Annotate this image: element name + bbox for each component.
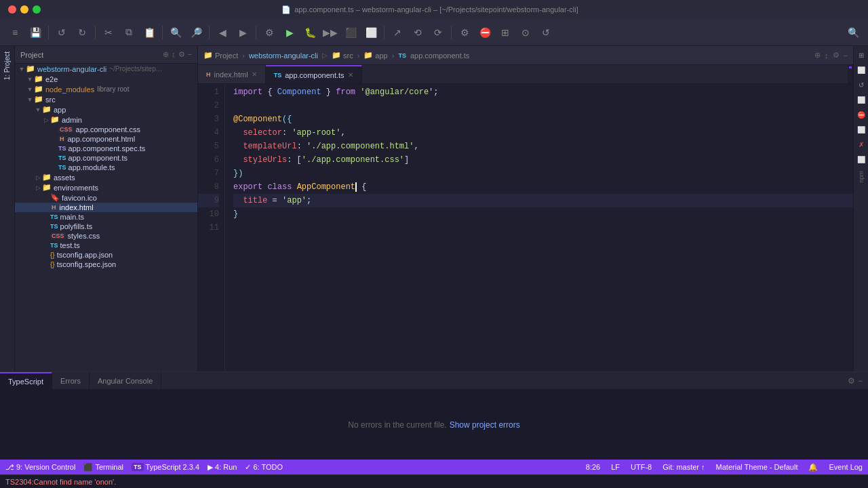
tool-error-icon[interactable]: ⛔ xyxy=(855,108,867,121)
vcs-btn[interactable]: ↗ xyxy=(388,23,407,42)
tab-errors[interactable]: Errors xyxy=(52,372,90,389)
tab-component-close[interactable]: ✕ xyxy=(348,71,353,79)
tree-action-close[interactable]: − xyxy=(844,52,848,60)
target-btn[interactable]: ⊙ xyxy=(516,23,535,42)
status-vcs[interactable]: ⎇ 9: Version Control xyxy=(5,463,75,472)
tree-item-app-css[interactable]: CSS app.component.css xyxy=(15,125,197,134)
tree-item-app[interactable]: ▼ 📁 app xyxy=(15,104,197,115)
cursor-position[interactable]: 8:26 xyxy=(586,463,600,471)
problems-btn[interactable]: ⛔ xyxy=(475,23,494,42)
undo-btn[interactable]: ↺ xyxy=(52,23,71,42)
expand-icon[interactable]: ↕ xyxy=(172,50,176,59)
close-tree-icon[interactable]: − xyxy=(188,50,192,59)
breadcrumb-app[interactable]: 📁 app xyxy=(363,51,387,60)
breadcrumb-project[interactable]: 📁 Project xyxy=(203,51,238,60)
forward-btn[interactable]: ▶ xyxy=(233,23,252,42)
run-btn[interactable]: ▶ xyxy=(280,23,299,42)
copy-btn[interactable]: ⧉ xyxy=(119,23,138,42)
tree-item-index-html[interactable]: H index.html xyxy=(15,203,197,212)
minimize-window-btn[interactable] xyxy=(20,5,28,14)
tab-typescript[interactable]: TypeScript xyxy=(0,372,52,389)
tool-favorites-icon[interactable]: ⊞ xyxy=(855,49,867,61)
theme-label[interactable]: Material Theme - Default xyxy=(716,463,798,471)
stop-btn[interactable]: ⬛ xyxy=(341,23,360,42)
breadcrumb-expand-icon[interactable]: ▷ xyxy=(322,52,328,59)
tool-expand-icon[interactable]: ⬜ xyxy=(855,64,867,76)
sync-btn[interactable]: ↺ xyxy=(536,23,555,42)
debug-btn[interactable]: 🐛 xyxy=(300,23,319,42)
back-btn[interactable]: ◀ xyxy=(213,23,232,42)
status-terminal[interactable]: ⬛ Terminal xyxy=(83,463,123,472)
database-btn[interactable]: ⊞ xyxy=(496,23,515,42)
save-btn[interactable]: 💾 xyxy=(26,23,45,42)
settings-btn[interactable]: ⚙ xyxy=(455,23,474,42)
tree-item-app-html[interactable]: H app.component.html xyxy=(15,134,197,144)
tool-refresh-icon[interactable]: ↺ xyxy=(855,79,867,91)
maximize-window-btn[interactable] xyxy=(33,5,41,14)
tree-item-root[interactable]: ▼ 📁 webstorm-angular-cli ~/Projects/site… xyxy=(15,64,197,74)
status-run[interactable]: ▶ 4: Run xyxy=(208,463,237,472)
code-editor[interactable]: 1 2 3 4 5 6 7 8 9 10 11 xyxy=(198,84,853,371)
bottom-settings-icon[interactable]: ⚙ xyxy=(848,376,855,386)
line-numbers: 1 2 3 4 5 6 7 8 9 10 11 xyxy=(198,84,225,371)
tab-app-component[interactable]: TS app.component.ts ✕ xyxy=(266,65,362,83)
tree-action-expand[interactable]: ↕ xyxy=(825,52,829,60)
tree-item-app-component-ts[interactable]: TS app.component.ts xyxy=(15,153,197,163)
tree-action-locate[interactable]: ⊕ xyxy=(814,51,821,60)
code-content[interactable]: import { Component } from '@angular/core… xyxy=(225,84,853,371)
project-tab[interactable]: 1: Project xyxy=(1,46,13,85)
tree-item-polyfills[interactable]: TS polyfills.ts xyxy=(15,222,197,231)
tab-index-html[interactable]: H index.html ✕ xyxy=(198,65,266,83)
tree-item-tsconfig-spec[interactable]: {} tsconfig.spec.json xyxy=(15,260,197,269)
replace-btn[interactable]: 🔎 xyxy=(186,23,205,42)
tree-item-main[interactable]: TS main.ts xyxy=(15,212,197,222)
build-btn[interactable]: ⚙ xyxy=(260,23,279,42)
breadcrumb-src[interactable]: 📁 src xyxy=(332,51,353,60)
redo-btn[interactable]: ↺ xyxy=(73,23,92,42)
bottom-tab-actions: ⚙ − xyxy=(842,376,868,386)
status-typescript[interactable]: TS TypeScript 2.3.4 xyxy=(132,463,199,471)
cut-btn[interactable]: ✂ xyxy=(99,23,118,42)
tree-item-app-module[interactable]: TS app.module.ts xyxy=(15,163,197,172)
status-todo[interactable]: ✓ 6: TODO xyxy=(245,463,283,472)
restart-btn[interactable]: ⬜ xyxy=(361,23,380,42)
tool-run-icon[interactable]: ⬜ xyxy=(855,153,867,165)
tool-warning-icon[interactable]: ⬜ xyxy=(855,123,867,136)
tool-pin-icon[interactable]: ⬜ xyxy=(855,94,867,106)
run-with-coverage-btn[interactable]: ▶▶ xyxy=(321,23,340,42)
search-btn[interactable]: 🔍 xyxy=(166,23,185,42)
breadcrumb-webstorm[interactable]: webstorm-angular-cli xyxy=(249,52,318,60)
encoding[interactable]: UTF-8 xyxy=(631,463,652,471)
close-window-btn[interactable] xyxy=(8,5,16,14)
revert-btn[interactable]: ⟳ xyxy=(429,23,448,42)
tree-item-styles[interactable]: CSS styles.css xyxy=(15,231,197,241)
tree-item-e2e[interactable]: ▼ 📁 e2e xyxy=(15,74,197,84)
line-ending[interactable]: LF xyxy=(611,463,620,471)
tree-item-tsconfig-app[interactable]: {} tsconfig.app.json xyxy=(15,250,197,260)
tree-item-src[interactable]: ▼ 📁 src xyxy=(15,94,197,104)
locate-icon[interactable]: ⊕ xyxy=(163,50,169,59)
breadcrumb-file[interactable]: TS app.component.ts xyxy=(398,52,469,60)
terminal-label: Terminal xyxy=(95,463,123,471)
tree-action-settings[interactable]: ⚙ xyxy=(833,51,840,60)
paste-btn[interactable]: 📋 xyxy=(140,23,159,42)
tree-item-favicon[interactable]: 🔖 favicon.ico xyxy=(15,192,197,203)
tree-item-admin[interactable]: ▷ 📁 admin xyxy=(15,115,197,125)
tab-index-close[interactable]: ✕ xyxy=(252,70,257,78)
show-project-errors-link[interactable]: Show project errors xyxy=(450,420,520,430)
tree-item-environments[interactable]: ▷ 📁 environments xyxy=(15,182,197,192)
event-log-label[interactable]: Event Log xyxy=(829,463,863,471)
bottom-minimize-icon[interactable]: − xyxy=(858,376,863,386)
tree-item-node-modules[interactable]: ▼ 📁 node_modules library root xyxy=(15,84,197,94)
menu-btn[interactable]: ≡ xyxy=(5,23,24,42)
tab-index-label: index.html xyxy=(214,70,248,79)
history-btn[interactable]: ⟲ xyxy=(408,23,427,42)
git-branch[interactable]: Git: master ↑ xyxy=(663,463,705,471)
tree-item-test[interactable]: TS test.ts xyxy=(15,241,197,250)
tree-item-assets[interactable]: ▷ 📁 assets xyxy=(15,172,197,182)
gear-icon[interactable]: ⚙ xyxy=(178,50,185,59)
tree-item-app-spec[interactable]: TS app.component.spec.ts xyxy=(15,144,197,153)
tool-close-icon[interactable]: ✗ xyxy=(855,138,867,150)
tab-angular-console[interactable]: Angular Console xyxy=(90,372,161,389)
global-search-btn[interactable]: 🔍 xyxy=(844,23,863,42)
